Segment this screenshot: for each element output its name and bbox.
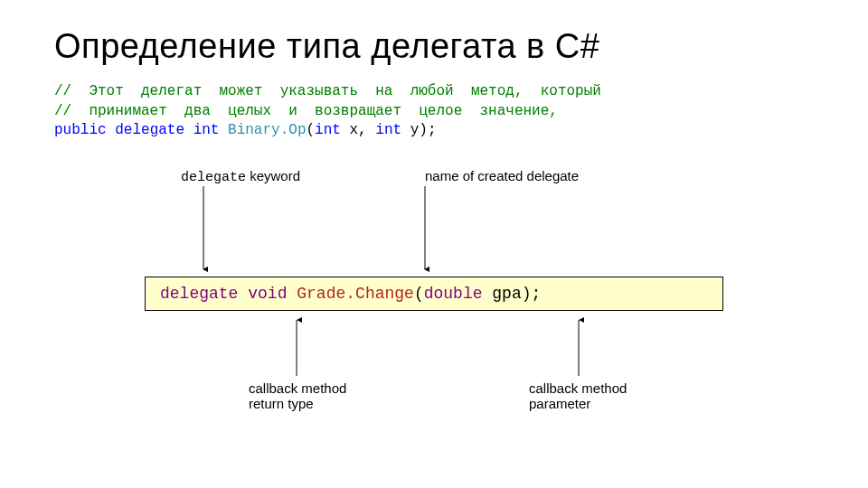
- code-text: y);: [401, 122, 436, 138]
- slide-title: Определение типа делегата в С#: [54, 27, 814, 66]
- declaration-box: delegate void Grade.Change(double gpa);: [145, 277, 723, 311]
- diagram: delegate keyword name of created delegat…: [145, 168, 723, 439]
- label-mono: delegate: [181, 170, 246, 185]
- code-keyword: public: [54, 122, 107, 138]
- slide: Определение типа делегата в С# // Этот д…: [0, 0, 868, 488]
- decl-text: (: [414, 285, 424, 303]
- label-line: callback method: [249, 380, 346, 396]
- code-comment: // принимает два целых и возвращает цело…: [54, 103, 558, 119]
- code-keyword: int: [315, 122, 341, 138]
- label-delegate-keyword: delegate keyword: [181, 168, 300, 185]
- code-keyword: int: [375, 122, 401, 138]
- code-text: (: [306, 122, 315, 138]
- code-comment: // Этот делегат может указывать на любой…: [54, 83, 601, 99]
- label-line: return type: [249, 396, 346, 411]
- arrow-down-icon: [194, 186, 212, 277]
- decl-keyword: double: [424, 285, 483, 303]
- arrow-up-icon: [288, 313, 306, 376]
- decl-text: gpa);: [483, 285, 542, 303]
- label-line: callback method: [529, 380, 627, 396]
- decl-keyword: delegate: [160, 285, 238, 303]
- code-keyword: delegate: [115, 122, 184, 138]
- label-name-of-delegate: name of created delegate: [425, 168, 579, 183]
- decl-keyword: void: [248, 285, 287, 303]
- label-text: keyword: [246, 168, 300, 183]
- decl-name: Grade.Change: [297, 285, 414, 303]
- code-keyword: int: [193, 122, 220, 138]
- label-parameter: callback method parameter: [529, 380, 627, 411]
- arrow-up-icon: [570, 313, 588, 376]
- code-type: Binary.Op: [228, 122, 306, 138]
- arrow-down-icon: [416, 186, 434, 277]
- label-return-type: callback method return type: [249, 380, 346, 411]
- code-block: // Этот делегат может указывать на любой…: [54, 82, 814, 141]
- label-line: parameter: [529, 396, 627, 411]
- code-text: x,: [341, 122, 375, 138]
